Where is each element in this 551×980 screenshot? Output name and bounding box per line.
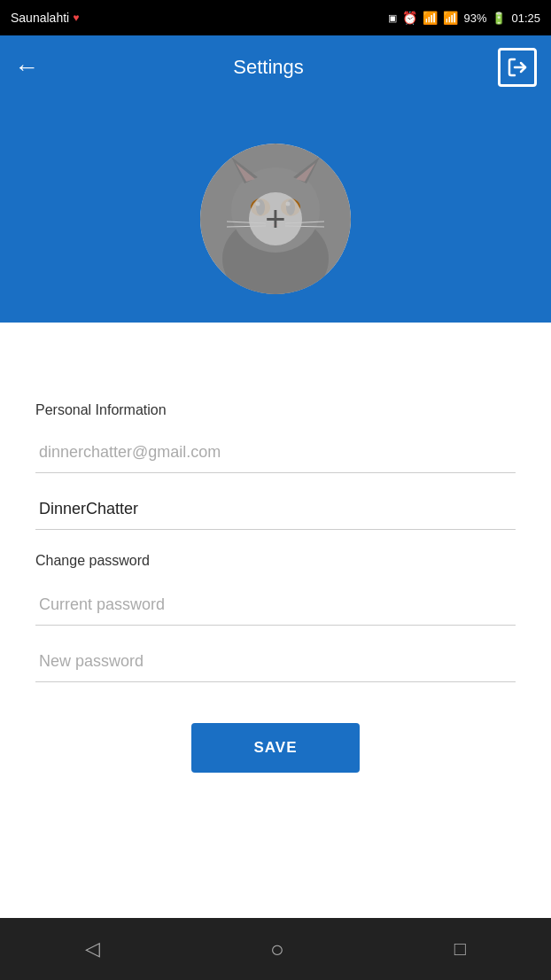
bottom-nav: ◁ ○ □ — [0, 918, 551, 980]
status-bar: Saunalahti ♥ ▣ ⏰ 📶 📶 93% 🔋 01:25 — [0, 0, 551, 35]
new-password-field[interactable] — [35, 642, 516, 682]
back-button[interactable]: ← — [14, 53, 39, 82]
time-display: 01:25 — [511, 12, 540, 25]
profile-banner: + — [0, 99, 551, 323]
change-password-label: Change password — [35, 553, 516, 569]
page-wrapper: Saunalahti ♥ ▣ ⏰ 📶 📶 93% 🔋 01:25 ← Setti… — [0, 0, 551, 980]
username-field[interactable] — [35, 489, 516, 530]
change-password-section: Change password — [35, 553, 516, 698]
settings-content: Personal Information Change password SAV… — [0, 323, 551, 790]
signal-icon: 📶 — [443, 11, 458, 25]
sim-icon: ▣ — [388, 12, 397, 24]
save-button[interactable]: SAVE — [191, 723, 359, 773]
battery-icon: 🔋 — [492, 12, 506, 25]
app-header: ← Settings — [0, 35, 551, 99]
avatar-container[interactable]: + — [200, 144, 351, 294]
status-right: ▣ ⏰ 📶 📶 93% 🔋 01:25 — [388, 11, 540, 25]
plus-icon: + — [265, 201, 285, 237]
alarm-icon: ⏰ — [402, 11, 417, 25]
logout-button[interactable] — [498, 48, 537, 87]
personal-info-section: Personal Information — [35, 402, 516, 546]
heart-icon: ♥ — [73, 12, 79, 24]
personal-info-label: Personal Information — [35, 402, 516, 418]
page-title: Settings — [233, 56, 304, 79]
email-field[interactable] — [35, 432, 516, 473]
current-password-field[interactable] — [35, 585, 516, 626]
carrier-name: Saunalahti — [11, 11, 69, 25]
battery-text: 93% — [463, 12, 486, 25]
recents-nav-icon[interactable]: □ — [454, 937, 466, 961]
carrier-info: Saunalahti ♥ — [11, 11, 79, 25]
back-nav-icon[interactable]: ◁ — [85, 937, 100, 961]
wifi-icon: 📶 — [423, 11, 438, 25]
home-nav-icon[interactable]: ○ — [270, 936, 284, 963]
add-photo-button[interactable]: + — [249, 192, 302, 245]
